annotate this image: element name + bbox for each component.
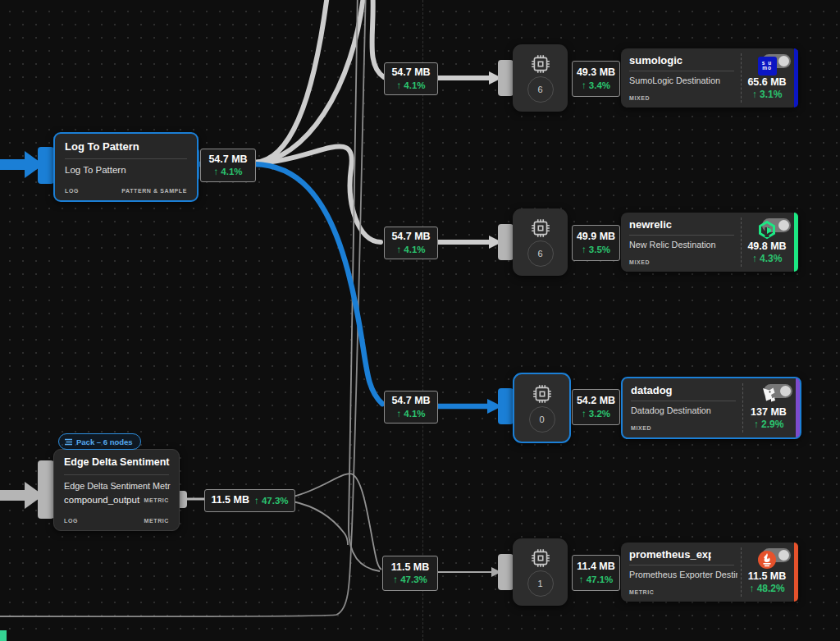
badge-value: 54.7 MB [208,153,247,167]
destination-type-tag: MIXED [631,425,651,431]
processor-chip-icon [530,53,551,75]
divider [741,217,742,267]
edge-delta-input-handle[interactable] [38,460,54,519]
node-subtitle: Log To Pattern [65,165,189,175]
badge-delta: ↑ 4.1% [213,166,242,177]
node-kind-tag: METRIC [144,518,169,524]
pack-pill-label: Pack – 6 nodes [76,437,133,446]
logo-text: mo [762,66,772,71]
badge-value: 54.7 MB [391,395,430,408]
destination-type-tag: MIXED [629,259,650,265]
destination-value: 49.8 MB [747,240,786,252]
badge-delta: ↑ 3.5% [582,244,610,255]
branch-in-badge[interactable]: 54.7 MB ↑ 4.1% [384,62,438,95]
node-title: Edge Delta Sentiment ... [64,456,171,468]
processor-count-badge: 6 [527,240,554,267]
accent-bar [794,543,798,602]
destination-card-sumologic[interactable]: sumologic SumoLogic Destination MIXED s … [621,48,798,108]
destination-subtitle: Datadog Destination [631,405,711,415]
processor-chip-icon [530,217,551,239]
destination-type-tag: METRIC [629,589,654,595]
accent-bar [794,48,798,108]
processor-count-badge: 0 [529,406,555,433]
badge-delta: ↑ 4.1% [396,244,425,255]
destination-value: 11.5 MB [748,570,787,582]
divider [629,71,734,71]
processor-chip-icon [530,547,551,569]
edge-ltp-up-1[interactable] [254,0,328,163]
destination-delta: ↑ 2.9% [754,419,784,430]
destination-value: 65.6 MB [747,76,786,88]
destination-value: 137 MB [751,406,787,418]
pack-pill[interactable]: Pack – 6 nodes [58,433,141,450]
destination-title: datadog [631,384,673,396]
badge-delta: ↑ 47.1% [579,574,614,585]
branch-mid-badge[interactable]: 49.3 MB ↑ 3.4% [572,61,620,97]
branch-mid-badge[interactable]: 54.2 MB ↑ 3.2% [572,389,620,425]
destination-delta: ↑ 4.3% [752,253,783,264]
ltp-throughput-badge[interactable]: 54.7 MB ↑ 4.1% [200,149,256,182]
node-type-tag: LOG [64,518,78,524]
divider [65,158,187,159]
destination-subtitle: SumoLogic Destination [629,76,720,85]
edge-edge-delta-loop-2[interactable] [293,501,348,545]
destination-delta: ↑ 48.2% [749,583,784,594]
accent-bar [796,378,800,437]
processor-input-handle[interactable] [498,554,514,590]
badge-value: 11.5 MB [391,561,430,575]
branch-mid-badge[interactable]: 49.9 MB ↑ 3.5% [572,225,620,261]
badge-delta: ↑ 3.4% [582,80,610,91]
processor-node-sumologic[interactable]: 6 [513,44,568,112]
branch-in-badge[interactable]: 54.7 MB ↑ 4.1% [384,391,438,424]
processor-input-handle[interactable] [498,224,514,260]
output-port-label: compound_output [64,495,139,505]
divider [742,383,743,433]
divider [631,401,736,401]
node-subtitle: Edge Delta Sentiment Metrics [64,481,171,491]
divider [64,474,169,475]
processor-node-datadog[interactable]: 0 [513,373,571,443]
badge-delta: ↑ 4.1% [396,80,425,91]
prometheus-logo-icon [757,550,777,570]
destination-title: sumologic [629,54,682,66]
pack-icon [64,437,73,446]
divider [741,547,742,597]
destination-subtitle: Prometheus Exporter Destin... [629,570,737,579]
badge-delta: ↑ 47.3% [393,574,427,585]
divider [629,235,734,236]
branch-mid-badge[interactable]: 11.4 MB ↑ 47.1% [572,555,620,591]
edge-delta-throughput-badge[interactable]: 11.5 MB ↑ 47.3% [204,489,295,512]
edge-ltp-to-datadog[interactable] [254,164,382,404]
datadog-logo-icon [759,386,778,405]
destination-card-newrelic[interactable]: newrelic New Relic Destination MIXED 49.… [621,213,798,272]
destination-card-prometheus[interactable]: prometheus_expo... Prometheus Exporter D… [621,543,798,602]
processor-input-handle[interactable] [498,60,514,96]
branch-in-badge[interactable]: 54.7 MB ↑ 4.1% [384,227,438,259]
badge-value: 11.4 MB [577,561,615,574]
ltp-input-handle[interactable] [38,147,54,184]
destination-type-tag: MIXED [629,95,650,101]
destination-delta: ↑ 3.1% [752,89,783,100]
edge-edge-delta-loop-1[interactable] [293,474,381,570]
node-edge-delta-sentiment[interactable]: Edge Delta Sentiment ... Edge Delta Sent… [53,449,180,531]
sumologic-logo-icon: s u mo [758,57,777,76]
badge-value: 49.9 MB [577,231,615,244]
node-log-to-pattern[interactable]: Log To Pattern Log To Pattern LOG PATTER… [53,132,199,202]
destination-title: prometheus_expo... [629,548,711,561]
processor-node-prometheus[interactable]: 1 [513,538,568,606]
badge-value: 54.7 MB [391,66,430,80]
destination-card-datadog[interactable]: datadog Datadog Destination MIXED 137 MB… [621,377,801,439]
edge-top-to-sumologic[interactable] [372,0,385,77]
badge-value: 54.7 MB [391,231,430,244]
badge-delta: ↑ 3.2% [582,408,610,419]
processor-count-badge: 1 [527,570,554,597]
node-type-tag: LOG [65,188,79,194]
branch-in-badge[interactable]: 11.5 MB ↑ 47.3% [382,556,438,591]
accent-bar [794,213,798,272]
divider [629,565,734,565]
processor-input-handle[interactable] [498,388,514,424]
node-title: Log To Pattern [65,140,189,153]
output-port-tag: METRIC [144,497,169,503]
pipeline-canvas[interactable]: Log To Pattern Log To Pattern LOG PATTER… [0,0,840,641]
processor-node-newrelic[interactable]: 6 [513,208,568,276]
